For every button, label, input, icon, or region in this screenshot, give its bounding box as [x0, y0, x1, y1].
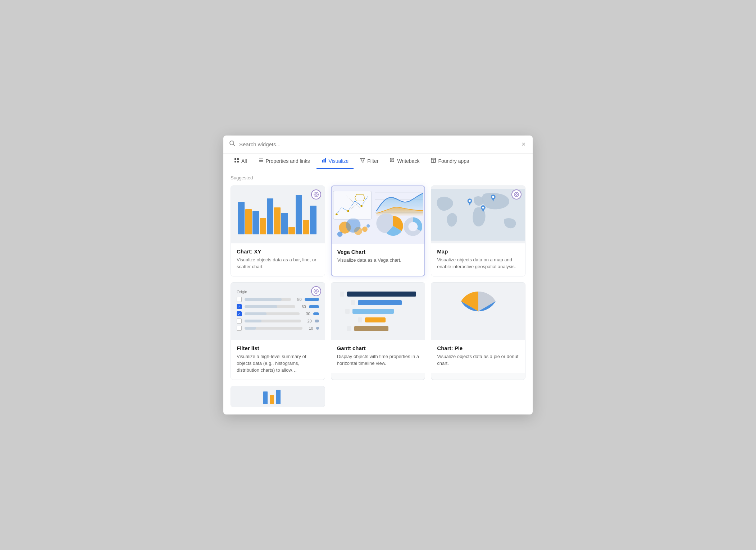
card-vega-body: Vega Chart Visualize data as a Vega char…: [332, 244, 425, 270]
card-chart-xy-title: Chart: XY: [237, 248, 319, 255]
search-input[interactable]: [239, 141, 516, 147]
card-chart-pie[interactable]: Chart: Pie Visualize objects data as a p…: [431, 282, 525, 380]
svg-point-45: [366, 224, 370, 228]
card-vega-title: Vega Chart: [337, 249, 419, 255]
svg-point-43: [346, 218, 360, 233]
svg-rect-27: [267, 198, 273, 234]
card-chart-xy[interactable]: Chart: XY Visualize objects data as a ba…: [231, 185, 325, 276]
card-filter-title: Filter list: [237, 345, 319, 351]
card-partial-1[interactable]: [231, 386, 325, 407]
search-bar: ×: [223, 136, 533, 153]
svg-rect-11: [325, 158, 326, 162]
card-vega-preview: [332, 186, 425, 244]
svg-line-1: [233, 145, 235, 146]
svg-rect-28: [281, 213, 288, 234]
tab-properties[interactable]: Properties and links: [254, 153, 315, 169]
svg-rect-3: [237, 158, 239, 160]
svg-rect-78: [276, 390, 281, 404]
tab-writeback[interactable]: Writeback: [385, 153, 424, 169]
filter-check-4: [237, 318, 242, 324]
gantt-bars: [331, 284, 425, 338]
svg-point-48: [336, 213, 338, 215]
card-chart-xy-desc: Visualize objects data as a bar, line, o…: [237, 257, 319, 270]
svg-point-44: [362, 226, 368, 232]
card-map-body: Map Visualize objects data on a map and …: [431, 243, 525, 276]
card-vega-chart[interactable]: Vega Chart Visualize data as a Vega char…: [331, 185, 425, 276]
filter-check-5: [237, 326, 242, 331]
svg-rect-32: [260, 218, 266, 234]
pie-chart-container: [431, 283, 525, 340]
close-button[interactable]: ×: [520, 139, 527, 150]
filter-check-1: [237, 297, 242, 302]
card-vega-desc: Visualize data as a Vega chart.: [337, 257, 419, 264]
card-pie-title: Chart: Pie: [437, 345, 519, 351]
svg-rect-31: [245, 209, 252, 234]
card-filter-list[interactable]: Origin 80 60: [231, 282, 325, 380]
card-map-desc: Visualize objects data on a map and enab…: [437, 257, 519, 270]
svg-rect-2: [234, 158, 236, 160]
card-chart-xy-preview: [231, 186, 325, 243]
content-area: Suggested: [223, 169, 533, 414]
svg-point-71: [315, 290, 317, 292]
svg-rect-34: [288, 227, 295, 234]
card-map-title: Map: [437, 248, 519, 255]
spacer2: [431, 386, 525, 386]
widget-grid: Chart: XY Visualize objects data as a ba…: [231, 185, 525, 380]
card-map[interactable]: Map Visualize objects data on a map and …: [431, 185, 525, 276]
tab-visualize[interactable]: Visualize: [316, 153, 354, 169]
card-gantt[interactable]: Gantt chart Display objects with time pr…: [331, 282, 425, 380]
svg-rect-25: [238, 202, 245, 234]
list-icon: [259, 158, 264, 164]
tab-filter[interactable]: Filter: [355, 153, 383, 169]
filter-origin-label: Origin: [237, 290, 319, 294]
palantir-badge-filter: [311, 286, 321, 296]
svg-rect-13: [390, 158, 394, 162]
tab-all[interactable]: All: [229, 153, 252, 169]
tab-foundry-apps[interactable]: Foundry apps: [426, 153, 474, 169]
svg-marker-12: [360, 159, 365, 162]
search-icon: [229, 140, 236, 148]
xy-chart-svg: [234, 191, 321, 238]
section-suggested-label: Suggested: [231, 175, 525, 180]
layout-icon: [431, 158, 436, 164]
svg-point-46: [408, 222, 418, 231]
svg-point-50: [360, 205, 363, 207]
svg-point-69: [482, 207, 484, 209]
svg-point-20: [315, 194, 317, 196]
tab-all-label: All: [241, 158, 247, 164]
widget-picker-modal: × All Proper: [223, 136, 533, 414]
svg-point-49: [347, 210, 349, 212]
tab-foundry-apps-label: Foundry apps: [438, 158, 469, 164]
edit-icon: [390, 158, 395, 164]
svg-rect-4: [234, 161, 236, 162]
vega-chart-svg: [332, 187, 425, 243]
card-gantt-body: Gantt chart Display objects with time pr…: [331, 340, 425, 373]
filter-icon: [360, 158, 365, 164]
svg-rect-29: [296, 195, 302, 234]
tab-writeback-label: Writeback: [397, 158, 419, 164]
tab-filter-label: Filter: [367, 158, 378, 164]
filter-list-content: Origin 80 60: [231, 285, 325, 338]
svg-rect-33: [274, 207, 281, 234]
card-filter-body: Filter list Visualize a high-level summa…: [231, 340, 325, 380]
svg-point-55: [516, 194, 518, 196]
svg-rect-26: [252, 211, 259, 234]
card-map-preview: [431, 186, 525, 243]
tab-visualize-label: Visualize: [329, 158, 349, 164]
card-gantt-desc: Display objects with time properties in …: [337, 353, 419, 367]
tab-properties-label: Properties and links: [266, 158, 310, 164]
card-gantt-preview: [331, 283, 425, 340]
card-chart-xy-body: Chart: XY Visualize objects data as a ba…: [231, 243, 325, 276]
palantir-badge-xy: [311, 189, 321, 200]
svg-rect-10: [323, 159, 324, 162]
svg-rect-30: [310, 206, 316, 234]
svg-point-63: [469, 200, 471, 202]
card-pie-preview: [431, 283, 525, 340]
svg-rect-9: [322, 160, 323, 162]
bar-chart-icon: [322, 158, 327, 164]
card-gantt-title: Gantt chart: [337, 345, 419, 351]
spacer: [331, 386, 425, 386]
svg-rect-76: [263, 391, 268, 404]
partial-row: [231, 386, 525, 407]
card-pie-desc: Visualize objects data as a pie or donut…: [437, 353, 519, 367]
